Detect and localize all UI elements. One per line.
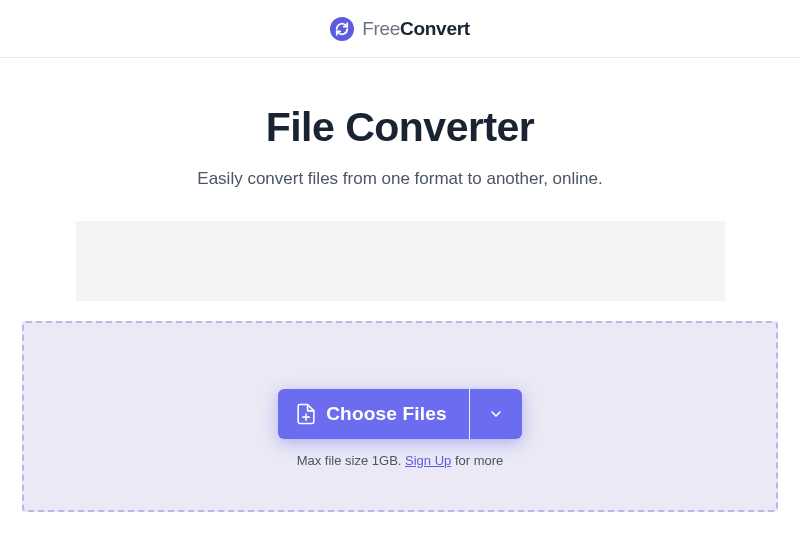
page-subtitle: Easily convert files from one format to … (0, 169, 800, 189)
chevron-down-icon (488, 406, 504, 422)
file-add-icon (296, 403, 316, 425)
brand-logo[interactable]: FreeConvert (330, 17, 470, 41)
page-title: File Converter (0, 104, 800, 151)
file-size-hint: Max file size 1GB. Sign Up for more (297, 453, 504, 468)
brand-text: FreeConvert (362, 18, 470, 40)
file-dropzone[interactable]: Choose Files Max file size 1GB. Sign Up … (22, 321, 778, 512)
app-header: FreeConvert (0, 0, 800, 58)
choose-files-button[interactable]: Choose Files (278, 389, 469, 439)
signup-link[interactable]: Sign Up (405, 453, 451, 468)
refresh-icon (330, 17, 354, 41)
hint-suffix: for more (451, 453, 503, 468)
choose-files-label: Choose Files (326, 403, 447, 425)
choose-files-group: Choose Files (278, 389, 522, 439)
hint-prefix: Max file size 1GB. (297, 453, 405, 468)
source-dropdown-button[interactable] (470, 389, 522, 439)
ad-placeholder (76, 221, 725, 301)
main-content: File Converter Easily convert files from… (0, 58, 800, 512)
